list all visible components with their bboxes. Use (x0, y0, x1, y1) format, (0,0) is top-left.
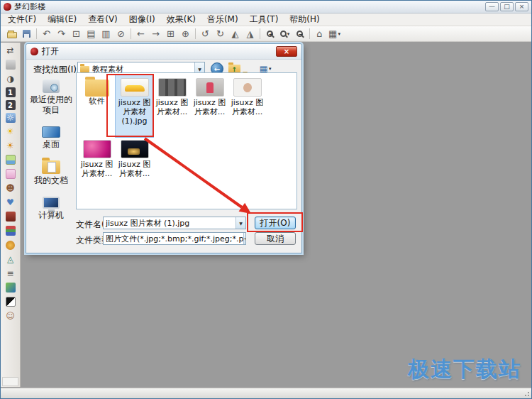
image-thumbnail (158, 78, 187, 97)
gradient-icon[interactable] (5, 282, 16, 293)
app-window: 梦幻影楼 — □ × 文件(F) 编辑(E) 查看(V) 图像(I) 效果(K)… (0, 0, 532, 399)
black-white-icon[interactable] (5, 296, 16, 307)
zoom-level-icon[interactable]: ▾ (277, 27, 292, 40)
menu-file[interactable]: 文件(F) (2, 13, 42, 26)
menu-edit[interactable]: 编辑(E) (42, 13, 82, 26)
file-label: jisuxz 图片素材... (117, 160, 153, 178)
menu-effects[interactable]: 效果(K) (161, 13, 201, 26)
watermark-text: 极速下载站 (408, 355, 521, 384)
exposure-icon[interactable]: ☀ (5, 140, 16, 151)
file-item[interactable]: jisuxz 图片素材... (116, 137, 153, 199)
flip-horizontal-icon[interactable]: ◭ (228, 27, 243, 40)
landscape-template-icon[interactable] (5, 154, 16, 165)
cancel-button[interactable]: 取消 (255, 232, 296, 245)
menu-music[interactable]: 音乐(M) (201, 13, 244, 26)
undo-icon[interactable]: ↶ (39, 27, 54, 40)
next-image-icon[interactable]: → (148, 27, 163, 40)
file-type-combobox[interactable]: 图片文件(*.jpg;*.bmp;*.gif;*.jpeg;*.p ▼ (103, 232, 246, 245)
copy-icon[interactable]: ▤ (84, 27, 99, 40)
image-thumbnail (83, 140, 111, 158)
color-bands-icon[interactable] (5, 225, 16, 236)
frame-1-icon[interactable]: 1 (6, 87, 16, 97)
minimize-button[interactable]: — (485, 2, 499, 11)
place-recent-items[interactable]: 最近使用的项目 (29, 80, 73, 116)
file-item[interactable]: jisuxz 图片素材... (191, 75, 228, 137)
dropdown-arrow-icon[interactable]: ▼ (243, 233, 246, 244)
annotation-box-selected-file (106, 74, 154, 137)
place-desktop[interactable]: 桌面 (29, 126, 73, 150)
places-bar: 最近使用的项目 桌面 我的文档 计算机 (29, 80, 73, 231)
flip-vertical-icon[interactable]: ◮ (243, 27, 257, 40)
brightness-icon[interactable]: ☀ (5, 126, 16, 137)
file-item[interactable]: jisuxz 图片素材... (228, 75, 266, 137)
menu-help[interactable]: 帮助(H) (284, 13, 325, 26)
chevron-down-icon: ▾ (338, 31, 340, 37)
toolbar-separator (195, 28, 196, 39)
file-item[interactable]: jisuxz 图片素材... (153, 75, 191, 137)
delete-icon[interactable]: ⊘ (113, 27, 128, 40)
redo-icon[interactable]: ↷ (54, 27, 69, 40)
toolbar-separator (309, 28, 310, 39)
image-thumbnail (196, 78, 224, 97)
compare-icon[interactable]: ◑ (5, 73, 16, 84)
place-label: 最近使用的项目 (29, 94, 73, 116)
folder-icon (80, 66, 89, 72)
title-bar: 梦幻影楼 — □ × (1, 1, 531, 13)
save-icon[interactable] (19, 27, 34, 40)
file-label: jisuxz 图片素材... (79, 160, 115, 178)
zoom-out-icon[interactable]: − (292, 27, 307, 40)
my-documents-icon (42, 160, 60, 174)
app-logo-icon (4, 3, 11, 11)
toolbar-separator (131, 28, 131, 39)
paste-icon[interactable]: ▥ (99, 27, 113, 40)
crop-icon[interactable]: ⊡ (69, 27, 84, 40)
red-filter-icon[interactable] (5, 211, 16, 222)
place-my-documents[interactable]: 我的文档 (29, 160, 73, 186)
cool-filter-icon[interactable]: ☼ (6, 113, 16, 123)
portrait-template-icon[interactable]: ☻ (5, 182, 16, 194)
badge-icon[interactable] (5, 239, 16, 251)
home-icon[interactable]: ⌂ (312, 27, 327, 40)
frame-2-icon[interactable]: 2 (6, 100, 16, 110)
dropdown-arrow-icon[interactable]: ▼ (235, 217, 245, 229)
place-computer[interactable]: 计算机 (29, 197, 73, 221)
pink-frame-icon[interactable] (5, 168, 16, 180)
file-name-value: jisuxz 图片素材 (1).jpg (106, 218, 189, 229)
left-tool-strip: ⇄ ◑ 1 2 ☼ ☀ ☀ ☻ ♥ ◬ ≡ ☺ (1, 43, 21, 387)
left-strip-footer (2, 377, 18, 386)
layer-icon[interactable] (5, 59, 16, 70)
dialog-logo-icon (31, 48, 38, 55)
file-type-value: 图片文件(*.jpg;*.bmp;*.gif;*.jpeg;*.p (106, 234, 243, 244)
transfer-icon[interactable]: ⇄ (5, 45, 16, 56)
image-thumbnail (233, 78, 262, 97)
open-dialog: 打开 × 查找范围(I): 教程素材 ▼ ← ↑ + ▦▾ 最近使用的项目 桌面 (26, 43, 302, 253)
rotate-right-icon[interactable]: ↻ (213, 27, 228, 40)
favorite-icon[interactable]: ♥ (5, 197, 16, 208)
zoom-in-icon[interactable]: + (262, 27, 277, 40)
file-label: jisuxz 图片素材... (230, 98, 265, 116)
text-tool-icon[interactable]: ≡ (5, 268, 16, 279)
menu-bar: 文件(F) 编辑(E) 查看(V) 图像(I) 效果(K) 音乐(M) 工具(T… (1, 13, 531, 26)
folder-icon (85, 80, 109, 97)
menu-image[interactable]: 图像(I) (123, 13, 161, 26)
rotate-left-icon[interactable]: ↺ (198, 27, 213, 40)
previous-image-icon[interactable]: ← (133, 27, 148, 40)
annotation-box-open-button (247, 212, 303, 232)
file-item[interactable]: jisuxz 图片素材... (78, 137, 116, 199)
open-icon[interactable] (4, 27, 19, 40)
canvas-size-icon[interactable]: ⊕ (178, 27, 193, 40)
dialog-close-button[interactable]: × (276, 46, 297, 57)
image-options-icon[interactable]: ▦▾ (327, 27, 342, 40)
close-button[interactable]: × (515, 2, 528, 11)
resize-grip[interactable] (523, 390, 530, 397)
chevron-down-icon: ▾ (269, 66, 272, 72)
face-icon[interactable]: ☺ (5, 310, 16, 322)
file-name-combobox[interactable]: jisuxz 图片素材 (1).jpg ▼ (103, 217, 246, 229)
shape-icon[interactable]: ◬ (5, 253, 16, 265)
menu-view[interactable]: 查看(V) (82, 13, 123, 26)
maximize-button[interactable]: □ (500, 2, 514, 11)
look-in-label: 查找范围(I): (33, 64, 79, 76)
resize-icon[interactable]: ⊞ (163, 27, 178, 40)
menu-tools[interactable]: 工具(T) (244, 13, 284, 26)
dialog-title-bar: 打开 × (26, 44, 301, 60)
